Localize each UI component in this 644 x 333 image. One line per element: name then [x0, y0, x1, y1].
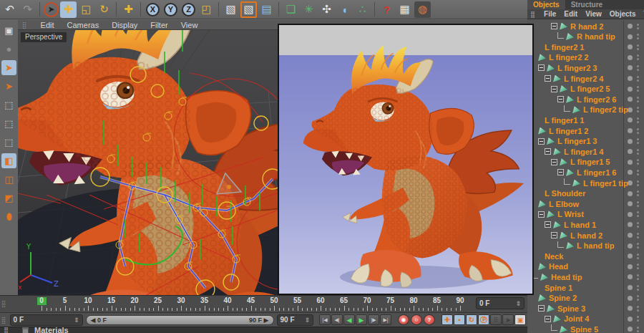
axis-mode-icon[interactable]: ◧ — [1, 153, 16, 168]
object-label[interactable]: L finger1 5 — [570, 158, 610, 166]
object-label[interactable]: L Shoulder — [545, 189, 585, 198]
expand-tool-icon[interactable]: ✣ — [318, 1, 335, 18]
tree-row[interactable]: L finger2 6 — [527, 94, 644, 105]
visibility-dots[interactable] — [623, 21, 644, 32]
model-mode-icon[interactable]: ● — [1, 42, 16, 57]
next-frame-button[interactable]: |▶ — [368, 314, 379, 325]
help-icon[interactable]: ? — [379, 1, 395, 18]
object-label[interactable]: Head tip — [551, 273, 582, 281]
object-mode-icon[interactable]: ➤ — [1, 60, 16, 75]
record-scale-toggle[interactable]: ▪ — [454, 314, 465, 325]
tree-row[interactable]: L finger1 4 — [527, 146, 644, 157]
tree-row[interactable]: L hand tip — [527, 241, 644, 251]
object-label[interactable]: L finger2 2 — [549, 53, 588, 62]
stepper-icon[interactable]: ⇕ — [74, 317, 79, 324]
visibility-dots[interactable] — [623, 271, 644, 282]
expand-toggle-icon[interactable] — [545, 221, 551, 228]
render-preview-window[interactable] — [278, 24, 534, 295]
record-rotation-toggle[interactable]: ↻ — [466, 314, 477, 325]
object-label[interactable]: Spine 1 — [545, 284, 572, 292]
play-backwards-button[interactable]: ◀ — [343, 314, 355, 325]
tree-row[interactable]: L finger1 3 — [527, 136, 644, 147]
render-view-icon[interactable]: ▧ — [223, 1, 239, 18]
coordinate-system-icon[interactable]: ◰ — [198, 1, 215, 18]
render-picture-viewer-icon[interactable]: ▧ — [240, 1, 257, 18]
current-frame-field[interactable]: 0 F ⇕ — [10, 314, 83, 326]
keyframe-selection-button[interactable]: ? — [424, 314, 435, 325]
visibility-dots[interactable] — [623, 293, 644, 304]
visibility-dots[interactable] — [623, 32, 644, 42]
object-label[interactable]: L Wrist — [557, 210, 584, 218]
live-selection-icon[interactable]: ➤ — [44, 2, 59, 17]
tree-row[interactable]: R hand 2 — [527, 21, 644, 32]
visibility-dots[interactable] — [623, 178, 644, 188]
viewport-menu-filter[interactable]: Filter — [150, 21, 167, 29]
scale-tool-icon[interactable]: ◱ — [78, 1, 94, 18]
tree-row[interactable]: L hand 2 — [527, 230, 644, 241]
tree-row[interactable]: Spine 3 — [527, 303, 644, 314]
keyframe-pointer-button[interactable]: ➤ — [502, 314, 514, 325]
visibility-dots[interactable] — [623, 157, 644, 168]
render-settings-icon[interactable]: ▤ — [258, 1, 275, 18]
visibility-dots[interactable] — [623, 62, 644, 73]
object-label[interactable]: L finger1 1 — [545, 116, 584, 125]
make-editable-icon[interactable]: ▣ — [1, 23, 16, 38]
add-particles-icon[interactable]: ∴ — [354, 1, 371, 18]
visibility-dots[interactable] — [623, 84, 644, 95]
rotate-tool-icon[interactable]: ↻ — [96, 1, 112, 18]
object-label[interactable]: L Elbow — [549, 200, 579, 208]
object-label[interactable]: L finger1 6 — [577, 168, 616, 177]
visibility-dots[interactable] — [623, 52, 644, 63]
viewport-menu-cameras[interactable]: Cameras — [67, 21, 99, 29]
panel-menu-file[interactable]: File — [544, 10, 556, 18]
move-tool-icon[interactable]: ✚ — [60, 1, 77, 18]
content-browser-icon[interactable]: ▦ — [396, 1, 413, 18]
visibility-dots[interactable] — [623, 209, 644, 220]
panel-menu-objects[interactable]: Objects — [610, 10, 636, 18]
materials-bar[interactable]: ⣿ Materials — [0, 327, 527, 333]
stepper-icon[interactable]: ⇕ — [515, 300, 521, 307]
visibility-dots[interactable] — [623, 230, 644, 241]
visibility-dots[interactable] — [623, 188, 644, 199]
bone-tool-icon[interactable]: ⬮ — [1, 209, 16, 224]
tree-row[interactable]: L finger2 tip — [527, 105, 644, 115]
object-label[interactable]: L hand 1 — [564, 221, 596, 229]
workplane-icon[interactable]: ➤ — [1, 79, 16, 94]
texture-axis-mode-icon[interactable]: ◩ — [1, 190, 16, 206]
object-label[interactable]: L finger2 6 — [577, 95, 616, 104]
object-label[interactable]: L finger1 tip — [583, 179, 628, 188]
texture-mode-icon[interactable]: ◫ — [1, 172, 16, 187]
visibility-dots[interactable] — [623, 115, 644, 125]
expand-toggle-icon[interactable] — [538, 138, 545, 145]
lock-x-axis-icon[interactable]: X — [146, 3, 160, 16]
frame-field[interactable]: 0 F ⇕ — [476, 297, 525, 309]
record-keyframe-button[interactable]: ◉ — [398, 314, 409, 325]
record-pla-toggle[interactable]: ⠿ — [490, 314, 502, 325]
expand-toggle-icon[interactable] — [538, 305, 545, 312]
goto-start-button[interactable]: |◀ — [319, 314, 331, 325]
tree-row[interactable]: R hand tip — [527, 32, 644, 42]
lock-y-axis-icon[interactable]: Y — [164, 3, 177, 16]
visibility-dots[interactable] — [623, 314, 644, 324]
tree-row[interactable]: L finger2 2 — [527, 52, 644, 63]
visibility-dots[interactable] — [623, 261, 644, 272]
expand-toggle-icon[interactable] — [538, 64, 545, 71]
object-label[interactable]: L finger2 5 — [570, 85, 610, 93]
object-label[interactable]: R hand 2 — [570, 22, 603, 31]
viewport-label[interactable]: Perspective — [21, 32, 67, 42]
expand-toggle-icon[interactable] — [551, 232, 557, 238]
object-label[interactable]: L finger2 4 — [564, 74, 603, 83]
expand-toggle-icon[interactable] — [551, 23, 557, 29]
tree-row[interactable]: L Wrist — [527, 209, 644, 220]
object-label[interactable]: Spine 5 — [570, 325, 598, 333]
previous-frame-button[interactable]: ◀| — [331, 314, 343, 325]
polygons-mode-icon[interactable]: ⬚ — [1, 135, 16, 150]
tree-row[interactable]: L finger2 1 — [527, 42, 644, 52]
visibility-dots[interactable] — [623, 146, 644, 157]
expand-toggle-icon[interactable] — [551, 159, 557, 165]
record-expression-button[interactable]: ▣ — [514, 314, 526, 325]
tree-row[interactable]: Spine 2 — [527, 293, 644, 304]
tree-row[interactable]: Head tip — [527, 271, 644, 282]
redo-icon[interactable]: ↷ — [19, 1, 36, 18]
expand-toggle-icon[interactable] — [557, 169, 564, 175]
